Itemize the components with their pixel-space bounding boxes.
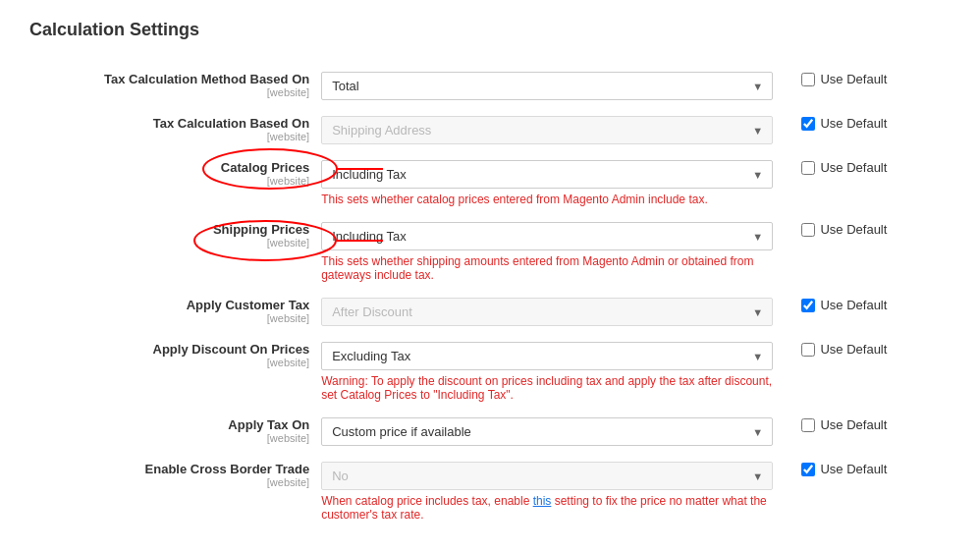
settings-table: Tax Calculation Method Based On [website… <box>29 64 951 529</box>
label-cell-tax-calc-based: Tax Calculation Based On [website] <box>29 108 315 152</box>
control-cell-tax-calc-based: Shipping AddressBilling AddressShipping … <box>315 108 795 152</box>
label-cell-shipping-prices: Shipping Prices [website] <box>29 214 315 290</box>
select-cross-border-trade[interactable]: NoYes <box>321 462 773 490</box>
select-wrapper-tax-calc-based: Shipping AddressBilling AddressShipping … <box>321 116 773 144</box>
action-cell-cross-border-trade: Use Default <box>795 454 951 529</box>
label-cell-apply-discount-prices: Apply Discount On Prices [website] <box>29 334 315 410</box>
label-cell-catalog-prices: Catalog Prices [website] <box>29 152 315 214</box>
label-sub-cross-border-trade: [website] <box>35 476 309 488</box>
action-cell-tax-calc-method: Use Default <box>795 64 951 108</box>
action-cell-apply-discount-prices: Use Default <box>795 334 951 410</box>
select-tax-calc-method[interactable]: TotalUnit PriceRow Total <box>321 72 773 100</box>
label-cell-cross-border-trade: Enable Cross Border Trade [website] <box>29 454 315 529</box>
use-default-text-apply-discount-prices: Use Default <box>820 342 887 357</box>
label-sub-shipping-prices: [website] <box>35 237 309 248</box>
label-cell-apply-customer-tax: Apply Customer Tax [website] <box>29 290 315 334</box>
select-wrapper-apply-tax-on: Custom price if availableOriginal price … <box>321 417 773 446</box>
label-sub-tax-calc-method: [website] <box>35 86 309 98</box>
label-main-catalog-prices: Catalog Prices <box>35 160 309 175</box>
select-wrapper-apply-discount-prices: Excluding TaxIncluding Tax▼ <box>321 342 773 370</box>
action-cell-tax-calc-based: Use Default <box>795 108 951 152</box>
row-apply-tax-on: Apply Tax On [website] Custom price if a… <box>29 410 951 454</box>
control-cell-apply-discount-prices: Excluding TaxIncluding Tax▼Warning: To a… <box>315 334 795 410</box>
use-default-label-catalog-prices[interactable]: Use Default <box>801 160 945 175</box>
use-default-text-cross-border-trade: Use Default <box>820 462 887 476</box>
use-default-label-tax-calc-method[interactable]: Use Default <box>801 72 945 86</box>
use-default-label-tax-calc-based[interactable]: Use Default <box>801 116 945 131</box>
label-cell-apply-tax-on: Apply Tax On [website] <box>29 410 315 454</box>
control-cell-tax-calc-method: TotalUnit PriceRow Total▼ <box>315 64 795 108</box>
select-wrapper-apply-customer-tax: After DiscountBefore Discount▼ <box>321 298 773 326</box>
label-sub-apply-discount-prices: [website] <box>35 357 309 368</box>
use-default-label-apply-customer-tax[interactable]: Use Default <box>801 298 945 312</box>
control-cell-catalog-prices: Excluding TaxIncluding Tax▼This sets whe… <box>315 152 795 214</box>
label-main-cross-border-trade: Enable Cross Border Trade <box>35 462 309 476</box>
use-default-checkbox-apply-customer-tax[interactable] <box>801 299 815 312</box>
use-default-checkbox-apply-discount-prices[interactable] <box>801 343 815 357</box>
use-default-text-apply-tax-on: Use Default <box>820 417 887 432</box>
label-cell-tax-calc-method: Tax Calculation Method Based On [website… <box>29 64 315 108</box>
control-cell-apply-customer-tax: After DiscountBefore Discount▼ <box>315 290 795 334</box>
use-default-text-tax-calc-based: Use Default <box>820 116 887 131</box>
select-wrapper-catalog-prices: Excluding TaxIncluding Tax▼ <box>321 160 773 189</box>
row-apply-discount-prices: Apply Discount On Prices [website] Exclu… <box>29 334 951 410</box>
use-default-checkbox-apply-tax-on[interactable] <box>801 418 815 432</box>
use-default-text-shipping-prices: Use Default <box>820 222 887 237</box>
use-default-text-tax-calc-method: Use Default <box>820 72 887 86</box>
label-sub-catalog-prices: [website] <box>35 175 309 187</box>
control-cell-cross-border-trade: NoYes▼When catalog price includes tax, e… <box>315 454 795 529</box>
use-default-checkbox-tax-calc-based[interactable] <box>801 117 815 131</box>
label-main-tax-calc-method: Tax Calculation Method Based On <box>35 72 309 86</box>
use-default-checkbox-shipping-prices[interactable] <box>801 223 815 237</box>
select-shipping-prices[interactable]: Excluding TaxIncluding Tax <box>321 222 773 250</box>
row-tax-calc-based: Tax Calculation Based On [website] Shipp… <box>29 108 951 152</box>
use-default-checkbox-tax-calc-method[interactable] <box>801 73 815 86</box>
hint-link-cross-border-trade[interactable]: this <box>533 494 552 508</box>
select-tax-calc-based[interactable]: Shipping AddressBilling AddressShipping … <box>321 116 773 144</box>
row-shipping-prices: Shipping Prices [website] Excluding TaxI… <box>29 214 951 290</box>
action-cell-apply-tax-on: Use Default <box>795 410 951 454</box>
control-cell-apply-tax-on: Custom price if availableOriginal price … <box>315 410 795 454</box>
select-apply-discount-prices[interactable]: Excluding TaxIncluding Tax <box>321 342 773 370</box>
row-cross-border-trade: Enable Cross Border Trade [website] NoYe… <box>29 454 951 529</box>
use-default-label-apply-discount-prices[interactable]: Use Default <box>801 342 945 357</box>
label-main-tax-calc-based: Tax Calculation Based On <box>35 116 309 131</box>
page-title: Calculation Settings <box>29 20 951 40</box>
hint-apply-discount-prices: Warning: To apply the discount on prices… <box>321 374 773 402</box>
select-apply-customer-tax[interactable]: After DiscountBefore Discount <box>321 298 773 326</box>
label-main-shipping-prices: Shipping Prices <box>35 222 309 237</box>
label-sub-tax-calc-based: [website] <box>35 131 309 142</box>
use-default-label-apply-tax-on[interactable]: Use Default <box>801 417 945 432</box>
use-default-text-catalog-prices: Use Default <box>820 160 887 175</box>
row-apply-customer-tax: Apply Customer Tax [website] After Disco… <box>29 290 951 334</box>
label-main-apply-customer-tax: Apply Customer Tax <box>35 298 309 312</box>
select-wrapper-shipping-prices: Excluding TaxIncluding Tax▼ <box>321 222 773 250</box>
control-cell-shipping-prices: Excluding TaxIncluding Tax▼This sets whe… <box>315 214 795 290</box>
select-wrapper-cross-border-trade: NoYes▼ <box>321 462 773 490</box>
label-main-apply-tax-on: Apply Tax On <box>35 417 309 432</box>
use-default-checkbox-cross-border-trade[interactable] <box>801 463 815 476</box>
use-default-text-apply-customer-tax: Use Default <box>820 298 887 312</box>
hint-cross-border-trade: When catalog price includes tax, enable … <box>321 494 773 522</box>
label-sub-apply-tax-on: [website] <box>35 432 309 444</box>
label-main-apply-discount-prices: Apply Discount On Prices <box>35 342 309 357</box>
hint-catalog-prices: This sets whether catalog prices entered… <box>321 193 773 206</box>
use-default-label-shipping-prices[interactable]: Use Default <box>801 222 945 237</box>
hint-shipping-prices: This sets whether shipping amounts enter… <box>321 254 773 282</box>
select-apply-tax-on[interactable]: Custom price if availableOriginal price … <box>321 417 773 446</box>
label-sub-apply-customer-tax: [website] <box>35 312 309 324</box>
select-wrapper-tax-calc-method: TotalUnit PriceRow Total▼ <box>321 72 773 100</box>
use-default-checkbox-catalog-prices[interactable] <box>801 161 815 175</box>
select-catalog-prices[interactable]: Excluding TaxIncluding Tax <box>321 160 773 189</box>
use-default-label-cross-border-trade[interactable]: Use Default <box>801 462 945 476</box>
row-tax-calc-method: Tax Calculation Method Based On [website… <box>29 64 951 108</box>
action-cell-apply-customer-tax: Use Default <box>795 290 951 334</box>
action-cell-catalog-prices: Use Default <box>795 152 951 214</box>
action-cell-shipping-prices: Use Default <box>795 214 951 290</box>
row-catalog-prices: Catalog Prices [website] Excluding TaxIn… <box>29 152 951 214</box>
